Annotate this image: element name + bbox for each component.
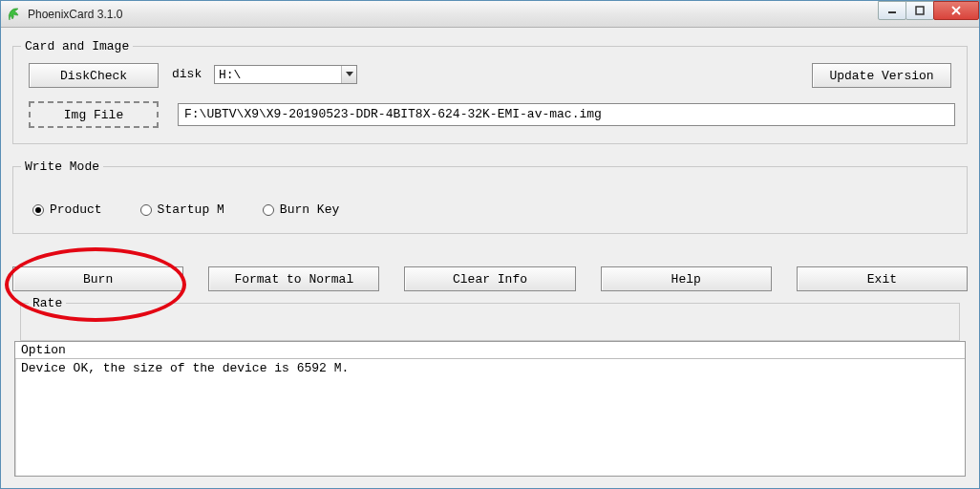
radio-product[interactable]: Product xyxy=(32,202,102,217)
help-button[interactable]: Help xyxy=(601,266,772,291)
radio-burnkey[interactable]: Burn Key xyxy=(263,202,339,217)
img-path-field[interactable]: F:\UBTV\X9\X9-20190523-DDR-4BIT8X-624-32… xyxy=(178,103,955,126)
option-listview[interactable]: Option Device OK, the size of the device… xyxy=(14,341,966,477)
main-window: PhoenixCard 3.1.0 Card and Image DiskChe… xyxy=(0,0,980,489)
maximize-button[interactable] xyxy=(905,1,934,20)
radio-icon xyxy=(263,204,274,216)
option-log-line: Device OK, the size of the device is 659… xyxy=(15,359,965,377)
rate-legend: Rate xyxy=(29,296,66,310)
radio-icon xyxy=(32,204,44,216)
img-file-button[interactable]: Img File xyxy=(29,101,159,128)
window-title: PhoenixCard 3.1.0 xyxy=(28,8,122,21)
radio-product-label: Product xyxy=(50,202,102,217)
radio-startup-label: Startup M xyxy=(158,202,224,217)
write-mode-group: Write Mode Product Startup M Burn Key xyxy=(12,159,968,234)
action-button-row: Burn Format to Normal Clear Info Help Ex… xyxy=(12,266,968,291)
app-icon xyxy=(7,7,22,22)
disk-label: disk xyxy=(172,67,202,81)
update-version-button[interactable]: Update Version xyxy=(812,63,951,88)
burn-button[interactable]: Burn xyxy=(12,266,183,291)
option-column-header[interactable]: Option xyxy=(15,342,965,359)
chevron-down-icon xyxy=(341,66,356,83)
close-button[interactable] xyxy=(933,1,979,20)
write-mode-legend: Write Mode xyxy=(21,159,103,174)
titlebar[interactable]: PhoenixCard 3.1.0 xyxy=(1,1,979,28)
svg-marker-4 xyxy=(346,72,353,76)
img-path-value: F:\UBTV\X9\X9-20190523-DDR-4BIT8X-624-32… xyxy=(184,107,602,121)
svg-rect-1 xyxy=(916,7,924,14)
card-and-image-legend: Card and Image xyxy=(21,39,133,53)
clear-info-button[interactable]: Clear Info xyxy=(404,266,575,291)
disk-select-value: H:\ xyxy=(219,68,241,82)
client-area: Card and Image DiskCheck disk H:\ Update… xyxy=(9,35,971,480)
img-file-label: Img File xyxy=(64,108,123,122)
window-controls xyxy=(879,1,979,20)
disk-select[interactable]: H:\ xyxy=(214,65,357,84)
radio-icon xyxy=(140,204,152,216)
radio-burnkey-label: Burn Key xyxy=(280,202,339,217)
radio-startup[interactable]: Startup M xyxy=(140,202,224,217)
exit-button[interactable]: Exit xyxy=(797,266,968,291)
diskcheck-button[interactable]: DiskCheck xyxy=(29,63,159,88)
minimize-button[interactable] xyxy=(878,1,906,20)
rate-group: Rate xyxy=(20,303,960,341)
card-and-image-group: Card and Image DiskCheck disk H:\ Update… xyxy=(12,39,968,144)
write-mode-radios: Product Startup M Burn Key xyxy=(32,202,339,217)
format-button[interactable]: Format to Normal xyxy=(208,266,379,291)
